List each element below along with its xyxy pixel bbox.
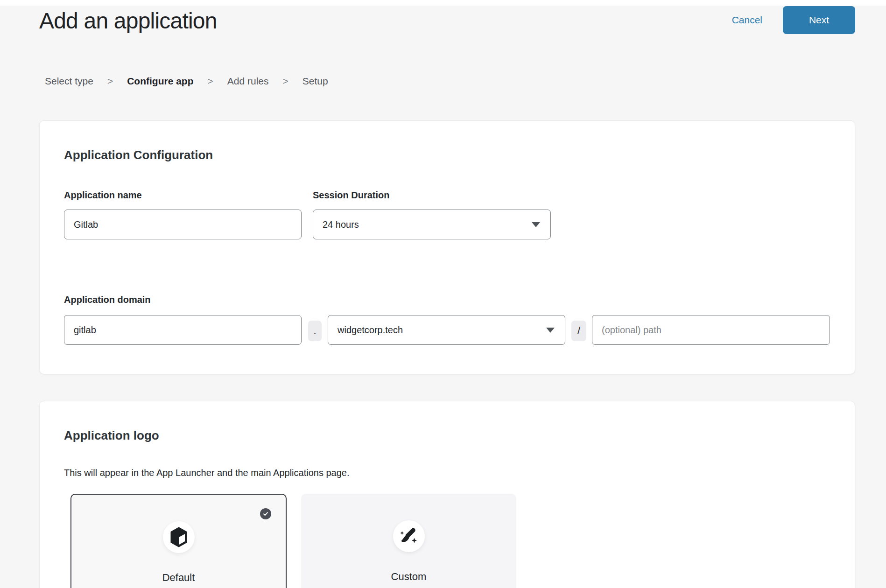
chevron-down-icon bbox=[532, 222, 540, 227]
breadcrumb: Select type > Configure app > Add rules … bbox=[45, 75, 328, 88]
add-application-page: Add an application Cancel Next Select ty… bbox=[0, 0, 886, 588]
breadcrumb-step-setup[interactable]: Setup bbox=[302, 75, 328, 88]
session-duration-select[interactable]: 24 hours bbox=[313, 210, 551, 239]
header-actions: Cancel Next bbox=[732, 6, 855, 34]
session-duration-value: 24 hours bbox=[323, 219, 359, 230]
next-button[interactable]: Next bbox=[783, 6, 855, 34]
breadcrumb-separator: > bbox=[208, 75, 213, 88]
domain-dot-separator: . bbox=[308, 321, 322, 341]
subdomain-input[interactable] bbox=[64, 315, 302, 345]
selected-check-icon bbox=[260, 508, 271, 519]
custom-logo-circle bbox=[393, 520, 425, 552]
application-name-input[interactable] bbox=[64, 210, 302, 239]
chevron-down-icon bbox=[546, 328, 555, 333]
paintbrush-icon bbox=[399, 526, 419, 546]
breadcrumb-separator: > bbox=[107, 75, 113, 88]
path-input[interactable] bbox=[592, 315, 830, 345]
breadcrumb-step-add-rules[interactable]: Add rules bbox=[227, 75, 269, 88]
application-domain-label: Application domain bbox=[64, 294, 151, 306]
cancel-button[interactable]: Cancel bbox=[732, 14, 762, 26]
session-duration-label: Session Duration bbox=[313, 189, 389, 201]
logo-option-label: Default bbox=[71, 571, 286, 584]
domain-select[interactable]: widgetcorp.tech bbox=[328, 315, 565, 345]
logo-option-label: Custom bbox=[301, 570, 516, 583]
logo-option-custom[interactable]: Custom bbox=[301, 494, 516, 588]
application-logo-description: This will appear in the App Launcher and… bbox=[64, 467, 350, 479]
application-logo-heading: Application logo bbox=[64, 427, 159, 443]
breadcrumb-step-configure-app[interactable]: Configure app bbox=[127, 75, 193, 88]
top-strip bbox=[0, 0, 886, 6]
application-name-label: Application name bbox=[64, 189, 142, 201]
default-logo-circle bbox=[163, 521, 195, 553]
logo-option-default[interactable]: Default bbox=[70, 494, 287, 588]
application-logo-card: Application logo This will appear in the… bbox=[39, 401, 855, 588]
domain-value: widgetcorp.tech bbox=[338, 325, 403, 336]
domain-slash-separator: / bbox=[571, 321, 586, 341]
cube-icon bbox=[170, 527, 188, 547]
breadcrumb-separator: > bbox=[282, 75, 288, 88]
application-configuration-card: Application Configuration Application na… bbox=[39, 120, 855, 374]
page-title: Add an application bbox=[39, 7, 217, 35]
application-configuration-heading: Application Configuration bbox=[64, 147, 213, 163]
breadcrumb-step-select-type[interactable]: Select type bbox=[45, 75, 93, 88]
